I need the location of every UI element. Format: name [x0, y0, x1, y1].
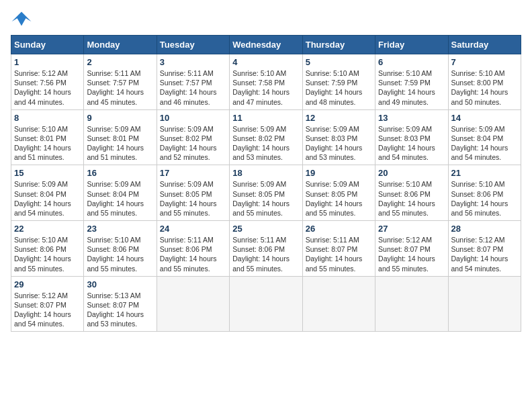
svg-marker-0	[12, 12, 32, 26]
day-number: 16	[87, 168, 153, 178]
calendar-week-4: 22 Sunrise: 5:10 AMSunset: 8:06 PMDaylig…	[11, 221, 521, 277]
day-number: 21	[451, 168, 518, 178]
day-cell-28: 28 Sunrise: 5:12 AMSunset: 8:07 PMDaylig…	[448, 221, 521, 277]
day-info: Sunrise: 5:09 AMSunset: 8:04 PMDaylight:…	[87, 179, 153, 218]
day-cell-18: 18 Sunrise: 5:09 AMSunset: 8:05 PMDaylig…	[230, 165, 302, 221]
day-cell-5: 5 Sunrise: 5:10 AMSunset: 7:59 PMDayligh…	[302, 54, 375, 110]
day-cell-24: 24 Sunrise: 5:11 AMSunset: 8:06 PMDaylig…	[157, 221, 229, 277]
day-cell-4: 4 Sunrise: 5:10 AMSunset: 7:58 PMDayligh…	[230, 54, 302, 110]
day-cell-30: 30 Sunrise: 5:13 AMSunset: 8:07 PMDaylig…	[84, 276, 157, 332]
day-cell-7: 7 Sunrise: 5:10 AMSunset: 8:00 PMDayligh…	[448, 54, 521, 110]
day-cell-12: 12 Sunrise: 5:09 AMSunset: 8:03 PMDaylig…	[302, 109, 375, 165]
day-header-tuesday: Tuesday	[157, 36, 229, 54]
day-info: Sunrise: 5:11 AMSunset: 7:57 PMDaylight:…	[160, 68, 226, 107]
day-info: Sunrise: 5:11 AMSunset: 7:57 PMDaylight:…	[87, 68, 153, 107]
day-cell-20: 20 Sunrise: 5:10 AMSunset: 8:06 PMDaylig…	[375, 165, 448, 221]
day-header-saturday: Saturday	[448, 36, 521, 54]
day-cell-27: 27 Sunrise: 5:12 AMSunset: 8:07 PMDaylig…	[375, 221, 448, 277]
day-cell-3: 3 Sunrise: 5:11 AMSunset: 7:57 PMDayligh…	[157, 54, 229, 110]
day-header-friday: Friday	[375, 36, 448, 54]
day-cell-2: 2 Sunrise: 5:11 AMSunset: 7:57 PMDayligh…	[84, 54, 157, 110]
empty-cell	[157, 276, 229, 332]
day-cell-26: 26 Sunrise: 5:11 AMSunset: 8:07 PMDaylig…	[302, 221, 375, 277]
calendar-week-3: 15 Sunrise: 5:09 AMSunset: 8:04 PMDaylig…	[11, 165, 521, 221]
day-cell-13: 13 Sunrise: 5:09 AMSunset: 8:03 PMDaylig…	[375, 109, 448, 165]
day-header-thursday: Thursday	[302, 36, 375, 54]
day-cell-23: 23 Sunrise: 5:10 AMSunset: 8:06 PMDaylig…	[84, 221, 157, 277]
day-header-wednesday: Wednesday	[230, 36, 302, 54]
empty-cell	[375, 276, 448, 332]
day-number: 20	[378, 168, 445, 178]
day-info: Sunrise: 5:10 AMSunset: 7:59 PMDaylight:…	[378, 68, 445, 107]
day-number: 28	[451, 224, 518, 234]
day-info: Sunrise: 5:12 AMSunset: 8:07 PMDaylight:…	[378, 235, 445, 273]
day-number: 5	[306, 57, 372, 67]
day-number: 23	[87, 224, 153, 234]
day-info: Sunrise: 5:09 AMSunset: 8:05 PMDaylight:…	[306, 179, 372, 218]
day-info: Sunrise: 5:09 AMSunset: 8:05 PMDaylight:…	[160, 179, 226, 218]
day-number: 19	[306, 168, 372, 178]
page-header	[11, 11, 521, 30]
day-info: Sunrise: 5:12 AMSunset: 8:07 PMDaylight:…	[451, 235, 518, 273]
day-number: 9	[87, 113, 153, 123]
day-info: Sunrise: 5:09 AMSunset: 8:02 PMDaylight:…	[160, 124, 226, 163]
day-info: Sunrise: 5:11 AMSunset: 8:06 PMDaylight:…	[160, 235, 226, 273]
day-info: Sunrise: 5:09 AMSunset: 8:01 PMDaylight:…	[87, 124, 153, 163]
day-cell-25: 25 Sunrise: 5:11 AMSunset: 8:06 PMDaylig…	[230, 221, 302, 277]
day-number: 15	[14, 168, 81, 178]
day-number: 14	[451, 113, 518, 123]
day-cell-9: 9 Sunrise: 5:09 AMSunset: 8:01 PMDayligh…	[84, 109, 157, 165]
day-number: 1	[14, 57, 81, 67]
day-number: 17	[160, 168, 226, 178]
day-cell-29: 29 Sunrise: 5:12 AMSunset: 8:07 PMDaylig…	[11, 276, 84, 332]
logo-bird-icon	[11, 11, 32, 30]
day-header-monday: Monday	[84, 36, 157, 54]
day-info: Sunrise: 5:10 AMSunset: 8:06 PMDaylight:…	[14, 235, 81, 273]
day-cell-6: 6 Sunrise: 5:10 AMSunset: 7:59 PMDayligh…	[375, 54, 448, 110]
day-cell-11: 11 Sunrise: 5:09 AMSunset: 8:02 PMDaylig…	[230, 109, 302, 165]
day-number: 25	[232, 224, 299, 234]
day-info: Sunrise: 5:10 AMSunset: 7:59 PMDaylight:…	[306, 68, 372, 107]
day-cell-22: 22 Sunrise: 5:10 AMSunset: 8:06 PMDaylig…	[11, 221, 84, 277]
day-info: Sunrise: 5:11 AMSunset: 8:07 PMDaylight:…	[306, 235, 372, 273]
day-info: Sunrise: 5:10 AMSunset: 8:06 PMDaylight:…	[451, 179, 518, 218]
day-number: 30	[87, 279, 153, 289]
day-number: 8	[14, 113, 81, 123]
calendar-week-2: 8 Sunrise: 5:10 AMSunset: 8:01 PMDayligh…	[11, 109, 521, 165]
day-number: 22	[14, 224, 81, 234]
day-info: Sunrise: 5:10 AMSunset: 8:00 PMDaylight:…	[451, 68, 518, 107]
calendar-week-1: 1 Sunrise: 5:12 AMSunset: 7:56 PMDayligh…	[11, 54, 521, 110]
day-info: Sunrise: 5:11 AMSunset: 8:06 PMDaylight:…	[232, 235, 299, 273]
day-info: Sunrise: 5:13 AMSunset: 8:07 PMDaylight:…	[87, 291, 153, 329]
day-cell-15: 15 Sunrise: 5:09 AMSunset: 8:04 PMDaylig…	[11, 165, 84, 221]
day-info: Sunrise: 5:09 AMSunset: 8:05 PMDaylight:…	[232, 179, 299, 218]
calendar-week-5: 29 Sunrise: 5:12 AMSunset: 8:07 PMDaylig…	[11, 276, 521, 332]
day-info: Sunrise: 5:10 AMSunset: 8:06 PMDaylight:…	[378, 179, 445, 218]
day-number: 12	[306, 113, 372, 123]
day-number: 29	[14, 279, 81, 289]
day-info: Sunrise: 5:09 AMSunset: 8:04 PMDaylight:…	[451, 124, 518, 163]
day-cell-1: 1 Sunrise: 5:12 AMSunset: 7:56 PMDayligh…	[11, 54, 84, 110]
day-number: 18	[232, 168, 299, 178]
day-info: Sunrise: 5:10 AMSunset: 8:06 PMDaylight:…	[87, 235, 153, 273]
day-number: 3	[160, 57, 226, 67]
day-cell-10: 10 Sunrise: 5:09 AMSunset: 8:02 PMDaylig…	[157, 109, 229, 165]
empty-cell	[302, 276, 375, 332]
calendar-header-row: SundayMondayTuesdayWednesdayThursdayFrid…	[11, 36, 521, 54]
day-info: Sunrise: 5:09 AMSunset: 8:04 PMDaylight:…	[14, 179, 81, 218]
day-cell-17: 17 Sunrise: 5:09 AMSunset: 8:05 PMDaylig…	[157, 165, 229, 221]
day-cell-21: 21 Sunrise: 5:10 AMSunset: 8:06 PMDaylig…	[448, 165, 521, 221]
empty-cell	[448, 276, 521, 332]
empty-cell	[230, 276, 302, 332]
day-number: 6	[378, 57, 445, 67]
day-header-sunday: Sunday	[11, 36, 84, 54]
day-number: 27	[378, 224, 445, 234]
day-cell-14: 14 Sunrise: 5:09 AMSunset: 8:04 PMDaylig…	[448, 109, 521, 165]
day-cell-8: 8 Sunrise: 5:10 AMSunset: 8:01 PMDayligh…	[11, 109, 84, 165]
day-info: Sunrise: 5:12 AMSunset: 8:07 PMDaylight:…	[14, 291, 81, 329]
day-number: 7	[451, 57, 518, 67]
day-cell-16: 16 Sunrise: 5:09 AMSunset: 8:04 PMDaylig…	[84, 165, 157, 221]
day-number: 26	[306, 224, 372, 234]
day-cell-19: 19 Sunrise: 5:09 AMSunset: 8:05 PMDaylig…	[302, 165, 375, 221]
day-number: 11	[232, 113, 299, 123]
